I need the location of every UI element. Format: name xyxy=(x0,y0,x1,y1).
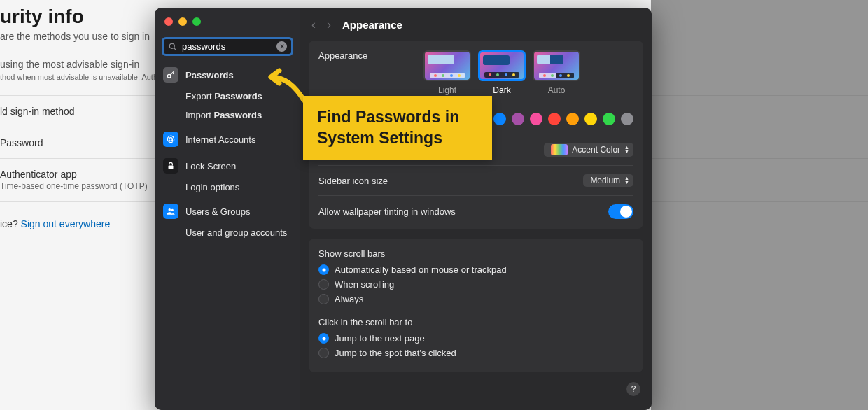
nav-arrows: ‹ › xyxy=(312,17,331,32)
theme-auto[interactable]: Auto xyxy=(533,50,580,95)
sidebar-item-lock-screen[interactable]: Lock Screen xyxy=(155,154,300,178)
radio-icon xyxy=(318,348,329,358)
sidebar-item-label: Lock Screen xyxy=(186,161,236,171)
svg-point-3 xyxy=(169,138,173,141)
sidebar-item-label: Internet Accounts xyxy=(186,134,255,145)
sidebar-item-label: User and group accounts xyxy=(186,227,287,238)
lock-icon xyxy=(163,158,178,174)
radio-icon xyxy=(318,333,329,344)
theme-light[interactable]: Light xyxy=(424,50,471,95)
key-icon xyxy=(163,67,178,83)
sidebar-item-label-bold: Passwords xyxy=(214,91,262,101)
scroll-option[interactable]: Always xyxy=(318,294,634,304)
chevron-updown-icon: ▲▼ xyxy=(624,176,629,185)
wallpaper-tinting-toggle[interactable] xyxy=(608,204,634,219)
bg-question-text: ice? xyxy=(0,218,21,229)
theme-auto-thumb xyxy=(533,50,580,81)
minimize-window-button[interactable] xyxy=(178,17,187,26)
search-field[interactable]: ✕ xyxy=(162,37,293,56)
sidebar-item-label: Passwords xyxy=(186,70,234,80)
dim-overlay xyxy=(651,0,868,410)
svg-point-0 xyxy=(169,43,174,48)
users-icon xyxy=(163,204,178,219)
theme-dark[interactable]: Dark xyxy=(478,50,526,95)
sidebar-icon-dropdown-value: Medium xyxy=(590,176,620,185)
chevron-updown-icon: ▲▼ xyxy=(624,146,629,154)
click-option[interactable]: Jump to the spot that's clicked xyxy=(318,348,634,358)
radio-icon xyxy=(318,294,329,304)
accent-dropdown[interactable]: Accent Color ▲▼ xyxy=(544,143,634,157)
sidebar-item-login-options[interactable]: Login options xyxy=(155,178,300,197)
search-input[interactable] xyxy=(182,41,272,52)
svg-point-2 xyxy=(167,74,171,78)
nav-forward-button[interactable]: › xyxy=(327,17,331,32)
nav-back-button[interactable]: ‹ xyxy=(312,17,316,32)
sidebar-item-import-passwords[interactable]: Import Passwords xyxy=(155,106,300,125)
page-title: Appearance xyxy=(342,19,402,31)
system-settings-window: ✕ Passwords Export Passwords Import Pass… xyxy=(155,8,652,410)
scroll-section-title: Show scroll bars xyxy=(318,248,634,259)
accent-swatch[interactable] xyxy=(603,113,615,125)
accent-swatch[interactable] xyxy=(584,113,597,125)
theme-auto-caption: Auto xyxy=(548,85,566,95)
theme-options: Light Dark xyxy=(424,50,580,95)
click-option-label: Jump to the next page xyxy=(335,333,425,344)
sidebar-item-users-groups[interactable]: Users & Groups xyxy=(155,199,300,223)
scroll-option-label: When scrolling xyxy=(335,279,394,290)
radio-icon xyxy=(318,264,329,275)
traffic-lights xyxy=(155,8,300,33)
scroll-option-label: Automatically based on mouse or trackpad xyxy=(335,264,507,275)
wallpaper-tinting-row: Allow wallpaper tinting in windows xyxy=(318,195,634,219)
accent-preview-icon xyxy=(551,144,568,155)
sidebar-item-label: Login options xyxy=(186,182,239,192)
radio-icon xyxy=(318,279,329,290)
sidebar-icon-size-label: Sidebar icon size xyxy=(318,176,583,186)
at-icon xyxy=(163,132,178,147)
svg-point-6 xyxy=(172,209,174,211)
help-button[interactable]: ? xyxy=(626,382,640,396)
appearance-label: Appearance xyxy=(318,50,424,61)
click-option[interactable]: Jump to the next page xyxy=(318,333,634,344)
theme-light-thumb xyxy=(424,50,471,81)
bg-signout-link[interactable]: Sign out everywhere xyxy=(21,218,111,229)
sidebar-icon-dropdown[interactable]: Medium ▲▼ xyxy=(583,174,634,187)
close-window-button[interactable] xyxy=(164,17,173,26)
sidebar-item-passwords[interactable]: Passwords xyxy=(155,63,300,87)
svg-rect-4 xyxy=(169,165,174,169)
accent-swatch[interactable] xyxy=(548,113,561,125)
zoom-window-button[interactable] xyxy=(192,17,201,26)
wallpaper-tinting-label: Allow wallpaper tinting in windows xyxy=(318,206,608,217)
click-option-label: Jump to the spot that's clicked xyxy=(335,348,456,358)
accent-swatch[interactable] xyxy=(621,113,634,125)
accent-dropdown-label: Accent Color xyxy=(572,145,620,155)
sidebar-item-label-bold: Passwords xyxy=(214,110,262,120)
accent-swatches xyxy=(493,113,634,125)
clear-search-button[interactable]: ✕ xyxy=(276,41,287,52)
accent-swatch[interactable] xyxy=(512,113,524,125)
sidebar-item-label-pre: Export xyxy=(186,91,214,101)
svg-point-5 xyxy=(169,208,172,211)
accent-swatch[interactable] xyxy=(493,113,506,125)
scroll-option[interactable]: When scrolling xyxy=(318,279,634,290)
sidebar-item-internet-accounts[interactable]: Internet Accounts xyxy=(155,127,300,151)
scroll-option-label: Always xyxy=(335,294,363,304)
sidebar-item-user-group-accounts[interactable]: User and group accounts xyxy=(155,223,300,242)
sidebar-item-label: Users & Groups xyxy=(186,206,250,217)
scroll-option[interactable]: Automatically based on mouse or trackpad xyxy=(318,264,634,275)
sidebar: ✕ Passwords Export Passwords Import Pass… xyxy=(155,8,300,410)
sidebar-icon-size-row: Sidebar icon size Medium ▲▼ xyxy=(318,165,634,187)
accent-swatch[interactable] xyxy=(566,113,579,125)
svg-line-1 xyxy=(174,48,176,50)
theme-dark-caption: Dark xyxy=(493,85,510,95)
theme-light-caption: Light xyxy=(438,85,456,95)
annotation-callout: Find Passwords in System Settings xyxy=(303,96,492,160)
search-icon xyxy=(168,42,178,52)
sidebar-item-label-pre: Import xyxy=(186,110,214,120)
accent-swatch[interactable] xyxy=(530,113,542,125)
theme-dark-thumb xyxy=(478,50,526,81)
sidebar-item-export-passwords[interactable]: Export Passwords xyxy=(155,87,300,106)
click-section-title: Click in the scroll bar to xyxy=(318,317,634,327)
scroll-panel: Show scroll bars Automatically based on … xyxy=(309,239,643,372)
main-content: ‹ › Appearance Appearance Lig xyxy=(300,8,652,410)
header: ‹ › Appearance xyxy=(300,8,652,41)
